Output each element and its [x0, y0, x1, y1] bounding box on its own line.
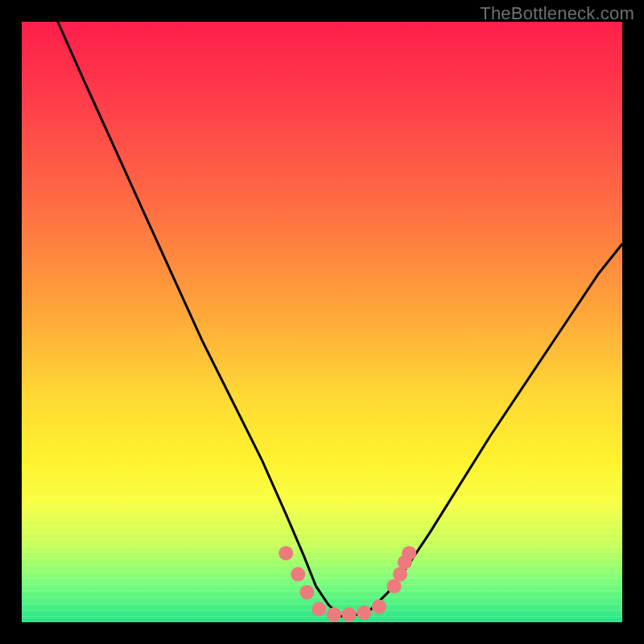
- chart-frame: TheBottleneck.com: [0, 0, 644, 644]
- curve-marker: [342, 607, 357, 621]
- watermark-text: TheBottleneck.com: [480, 3, 634, 24]
- curve-marker: [357, 605, 371, 620]
- curve-marker: [312, 602, 326, 617]
- plot-area: [22, 22, 622, 622]
- curve-marker: [402, 546, 416, 560]
- gradient-bands: [22, 502, 622, 622]
- curve-marker: [372, 600, 386, 614]
- curve-marker: [398, 555, 412, 569]
- curve-marker: [387, 579, 402, 593]
- curve-marker: [299, 585, 314, 600]
- curve-marker: [327, 607, 341, 621]
- bottleneck-curve: [22, 22, 622, 622]
- curve-marker: [393, 567, 407, 581]
- curve-marker: [279, 546, 293, 560]
- curve-marker: [291, 567, 305, 581]
